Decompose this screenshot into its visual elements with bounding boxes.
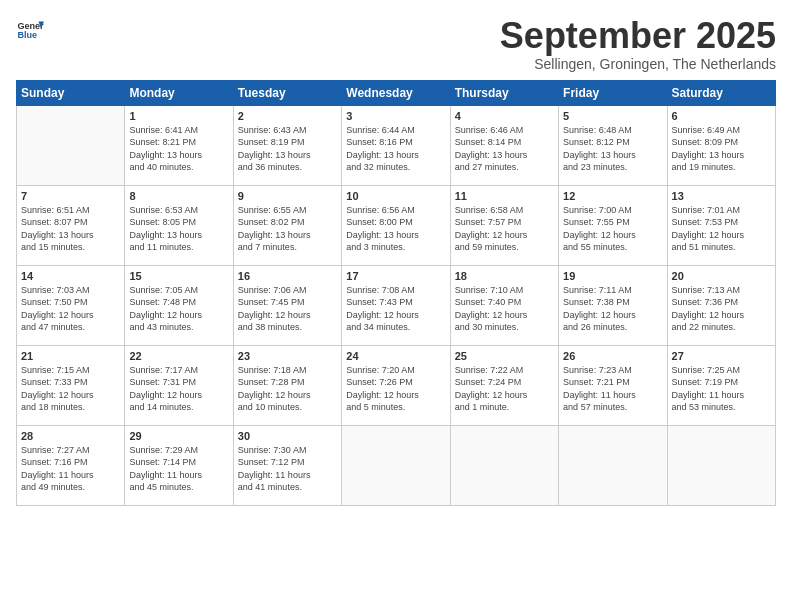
day-number: 9	[238, 190, 337, 202]
day-info: Sunrise: 7:17 AMSunset: 7:31 PMDaylight:…	[129, 364, 228, 414]
day-number: 12	[563, 190, 662, 202]
day-info: Sunrise: 7:05 AMSunset: 7:48 PMDaylight:…	[129, 284, 228, 334]
day-number: 1	[129, 110, 228, 122]
table-row: 14Sunrise: 7:03 AMSunset: 7:50 PMDayligh…	[17, 265, 125, 345]
day-info: Sunrise: 6:58 AMSunset: 7:57 PMDaylight:…	[455, 204, 554, 254]
page-header: General Blue September 2025 Sellingen, G…	[16, 16, 776, 72]
day-info: Sunrise: 7:25 AMSunset: 7:19 PMDaylight:…	[672, 364, 771, 414]
calendar-week-row: 28Sunrise: 7:27 AMSunset: 7:16 PMDayligh…	[17, 425, 776, 505]
day-info: Sunrise: 7:13 AMSunset: 7:36 PMDaylight:…	[672, 284, 771, 334]
day-number: 19	[563, 270, 662, 282]
day-number: 14	[21, 270, 120, 282]
day-info: Sunrise: 6:56 AMSunset: 8:00 PMDaylight:…	[346, 204, 445, 254]
day-info: Sunrise: 6:48 AMSunset: 8:12 PMDaylight:…	[563, 124, 662, 174]
calendar-week-row: 1Sunrise: 6:41 AMSunset: 8:21 PMDaylight…	[17, 105, 776, 185]
table-row: 6Sunrise: 6:49 AMSunset: 8:09 PMDaylight…	[667, 105, 775, 185]
day-info: Sunrise: 6:51 AMSunset: 8:07 PMDaylight:…	[21, 204, 120, 254]
day-number: 4	[455, 110, 554, 122]
day-number: 13	[672, 190, 771, 202]
day-number: 5	[563, 110, 662, 122]
header-monday: Monday	[125, 80, 233, 105]
table-row: 21Sunrise: 7:15 AMSunset: 7:33 PMDayligh…	[17, 345, 125, 425]
calendar-header-row: Sunday Monday Tuesday Wednesday Thursday…	[17, 80, 776, 105]
table-row: 17Sunrise: 7:08 AMSunset: 7:43 PMDayligh…	[342, 265, 450, 345]
table-row: 20Sunrise: 7:13 AMSunset: 7:36 PMDayligh…	[667, 265, 775, 345]
table-row: 8Sunrise: 6:53 AMSunset: 8:05 PMDaylight…	[125, 185, 233, 265]
day-info: Sunrise: 7:11 AMSunset: 7:38 PMDaylight:…	[563, 284, 662, 334]
day-number: 11	[455, 190, 554, 202]
header-friday: Friday	[559, 80, 667, 105]
day-info: Sunrise: 7:18 AMSunset: 7:28 PMDaylight:…	[238, 364, 337, 414]
day-info: Sunrise: 7:01 AMSunset: 7:53 PMDaylight:…	[672, 204, 771, 254]
day-info: Sunrise: 7:00 AMSunset: 7:55 PMDaylight:…	[563, 204, 662, 254]
table-row: 11Sunrise: 6:58 AMSunset: 7:57 PMDayligh…	[450, 185, 558, 265]
table-row	[559, 425, 667, 505]
table-row: 26Sunrise: 7:23 AMSunset: 7:21 PMDayligh…	[559, 345, 667, 425]
table-row: 25Sunrise: 7:22 AMSunset: 7:24 PMDayligh…	[450, 345, 558, 425]
day-info: Sunrise: 6:49 AMSunset: 8:09 PMDaylight:…	[672, 124, 771, 174]
day-info: Sunrise: 7:06 AMSunset: 7:45 PMDaylight:…	[238, 284, 337, 334]
day-number: 29	[129, 430, 228, 442]
day-info: Sunrise: 6:53 AMSunset: 8:05 PMDaylight:…	[129, 204, 228, 254]
day-number: 30	[238, 430, 337, 442]
day-number: 26	[563, 350, 662, 362]
table-row: 3Sunrise: 6:44 AMSunset: 8:16 PMDaylight…	[342, 105, 450, 185]
day-number: 15	[129, 270, 228, 282]
day-number: 8	[129, 190, 228, 202]
table-row: 4Sunrise: 6:46 AMSunset: 8:14 PMDaylight…	[450, 105, 558, 185]
table-row: 19Sunrise: 7:11 AMSunset: 7:38 PMDayligh…	[559, 265, 667, 345]
day-info: Sunrise: 7:03 AMSunset: 7:50 PMDaylight:…	[21, 284, 120, 334]
day-number: 6	[672, 110, 771, 122]
table-row: 18Sunrise: 7:10 AMSunset: 7:40 PMDayligh…	[450, 265, 558, 345]
month-title: September 2025	[500, 16, 776, 56]
calendar-week-row: 21Sunrise: 7:15 AMSunset: 7:33 PMDayligh…	[17, 345, 776, 425]
day-info: Sunrise: 7:27 AMSunset: 7:16 PMDaylight:…	[21, 444, 120, 494]
table-row: 13Sunrise: 7:01 AMSunset: 7:53 PMDayligh…	[667, 185, 775, 265]
table-row: 30Sunrise: 7:30 AMSunset: 7:12 PMDayligh…	[233, 425, 341, 505]
calendar-week-row: 7Sunrise: 6:51 AMSunset: 8:07 PMDaylight…	[17, 185, 776, 265]
table-row: 5Sunrise: 6:48 AMSunset: 8:12 PMDaylight…	[559, 105, 667, 185]
calendar-week-row: 14Sunrise: 7:03 AMSunset: 7:50 PMDayligh…	[17, 265, 776, 345]
table-row: 9Sunrise: 6:55 AMSunset: 8:02 PMDaylight…	[233, 185, 341, 265]
day-info: Sunrise: 7:30 AMSunset: 7:12 PMDaylight:…	[238, 444, 337, 494]
day-number: 7	[21, 190, 120, 202]
day-number: 17	[346, 270, 445, 282]
table-row: 22Sunrise: 7:17 AMSunset: 7:31 PMDayligh…	[125, 345, 233, 425]
calendar-table: Sunday Monday Tuesday Wednesday Thursday…	[16, 80, 776, 506]
day-number: 20	[672, 270, 771, 282]
header-wednesday: Wednesday	[342, 80, 450, 105]
header-sunday: Sunday	[17, 80, 125, 105]
day-number: 22	[129, 350, 228, 362]
day-number: 16	[238, 270, 337, 282]
day-info: Sunrise: 6:55 AMSunset: 8:02 PMDaylight:…	[238, 204, 337, 254]
table-row: 29Sunrise: 7:29 AMSunset: 7:14 PMDayligh…	[125, 425, 233, 505]
header-thursday: Thursday	[450, 80, 558, 105]
header-tuesday: Tuesday	[233, 80, 341, 105]
table-row: 12Sunrise: 7:00 AMSunset: 7:55 PMDayligh…	[559, 185, 667, 265]
location-subtitle: Sellingen, Groningen, The Netherlands	[500, 56, 776, 72]
logo-icon: General Blue	[16, 16, 44, 44]
day-number: 24	[346, 350, 445, 362]
table-row: 7Sunrise: 6:51 AMSunset: 8:07 PMDaylight…	[17, 185, 125, 265]
day-info: Sunrise: 7:15 AMSunset: 7:33 PMDaylight:…	[21, 364, 120, 414]
day-number: 10	[346, 190, 445, 202]
day-number: 23	[238, 350, 337, 362]
day-info: Sunrise: 7:08 AMSunset: 7:43 PMDaylight:…	[346, 284, 445, 334]
table-row: 1Sunrise: 6:41 AMSunset: 8:21 PMDaylight…	[125, 105, 233, 185]
day-info: Sunrise: 6:43 AMSunset: 8:19 PMDaylight:…	[238, 124, 337, 174]
table-row: 24Sunrise: 7:20 AMSunset: 7:26 PMDayligh…	[342, 345, 450, 425]
day-number: 3	[346, 110, 445, 122]
day-info: Sunrise: 7:23 AMSunset: 7:21 PMDaylight:…	[563, 364, 662, 414]
svg-text:Blue: Blue	[17, 30, 37, 40]
logo: General Blue	[16, 16, 44, 44]
table-row	[450, 425, 558, 505]
day-info: Sunrise: 7:10 AMSunset: 7:40 PMDaylight:…	[455, 284, 554, 334]
table-row: 2Sunrise: 6:43 AMSunset: 8:19 PMDaylight…	[233, 105, 341, 185]
day-info: Sunrise: 7:22 AMSunset: 7:24 PMDaylight:…	[455, 364, 554, 414]
table-row: 16Sunrise: 7:06 AMSunset: 7:45 PMDayligh…	[233, 265, 341, 345]
day-number: 21	[21, 350, 120, 362]
day-number: 18	[455, 270, 554, 282]
table-row: 28Sunrise: 7:27 AMSunset: 7:16 PMDayligh…	[17, 425, 125, 505]
day-number: 2	[238, 110, 337, 122]
table-row: 27Sunrise: 7:25 AMSunset: 7:19 PMDayligh…	[667, 345, 775, 425]
